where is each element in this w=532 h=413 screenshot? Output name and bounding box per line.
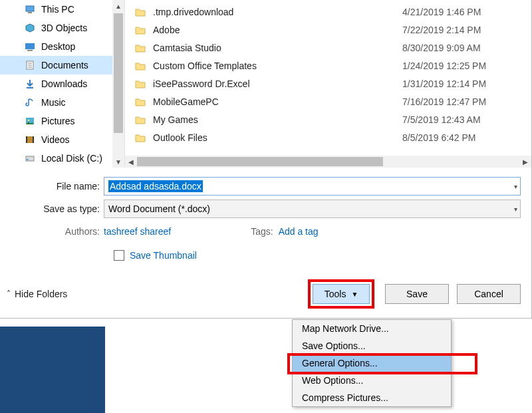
nav-item-downloads[interactable]: Downloads (0, 74, 124, 93)
file-name: iSeePassword Dr.Excel (153, 78, 398, 89)
nav-item-label: Desktop (41, 41, 75, 52)
menu-item-web-options[interactable]: Web Options... (293, 372, 451, 389)
folder-icon (134, 42, 146, 54)
save-as-dialog: This PC3D ObjectsDesktopDocumentsDownloa… (0, 0, 532, 319)
filename-value: Addsad adsasda.docx (108, 180, 203, 192)
nav-item-label: 3D Objects (41, 23, 87, 33)
file-date: 7/22/2019 2:14 PM (398, 25, 531, 35)
file-row[interactable]: Custom Office Templates1/24/2019 12:25 P… (125, 57, 531, 74)
folder-icon (134, 78, 146, 90)
file-name: Custom Office Templates (153, 61, 398, 71)
tools-menu: Map Network Drive...Save Options...Gener… (292, 319, 452, 407)
navigation-pane: This PC3D ObjectsDesktopDocumentsDownloa… (0, 0, 124, 168)
music-icon (24, 96, 36, 108)
dropdown-icon[interactable]: ▾ (514, 206, 517, 213)
disk-icon (24, 152, 36, 164)
nav-item-label: Pictures (41, 116, 75, 126)
nav-item-music[interactable]: Music (0, 93, 124, 112)
file-row[interactable]: .tmp.drivedownload4/21/2019 1:46 PM (125, 3, 531, 21)
hscroll-thumb[interactable] (137, 157, 383, 166)
folder-icon (134, 6, 146, 18)
menu-item-map-network-drive[interactable]: Map Network Drive... (293, 320, 451, 337)
file-row[interactable]: My Games7/5/2019 12:43 AM (125, 110, 531, 128)
file-row[interactable]: Outlook Files8/5/2019 6:42 PM (125, 128, 531, 146)
tags-label: Tags: (251, 226, 278, 237)
nav-item-desktop[interactable]: Desktop (0, 37, 124, 56)
nav-item-label: Videos (41, 134, 70, 145)
save-thumbnail-checkbox[interactable] (114, 250, 124, 261)
scroll-down-icon[interactable]: ▼ (112, 156, 124, 168)
filetype-label: Save as type: (11, 204, 104, 214)
download-icon (24, 78, 36, 90)
scroll-left-icon[interactable]: ◀ (125, 156, 137, 168)
authors-label: Authors: (11, 226, 104, 237)
save-thumbnail-label[interactable]: Save Thumbnail (130, 250, 197, 261)
nav-item-3d-objects[interactable]: 3D Objects (0, 19, 124, 37)
filename-input[interactable]: Addsad adsasda.docx ▾ (104, 177, 521, 196)
file-date: 4/21/2019 1:46 PM (398, 7, 531, 17)
svg-rect-0 (26, 6, 34, 11)
file-date: 1/31/2019 12:14 PM (398, 78, 531, 89)
file-date: 7/5/2019 12:43 AM (398, 114, 531, 125)
authors-value[interactable]: tashreef shareef (104, 226, 171, 237)
folder-icon (134, 114, 146, 126)
nav-item-documents[interactable]: Documents (0, 56, 124, 74)
save-button[interactable]: Save (385, 284, 449, 304)
file-date: 8/30/2019 9:09 AM (398, 43, 531, 53)
file-name: MobileGamePC (153, 96, 398, 107)
file-row[interactable]: iSeePassword Dr.Excel1/31/2019 12:14 PM (125, 74, 531, 92)
pic-icon (24, 115, 36, 127)
nav-item-local-disk-c-[interactable]: Local Disk (C:) (0, 149, 124, 168)
pc-icon (24, 3, 36, 15)
svg-rect-3 (25, 43, 35, 49)
filetype-value: Word Document (*.docx) (108, 204, 210, 214)
cancel-button[interactable]: Cancel (457, 284, 521, 304)
file-date: 1/24/2019 12:25 PM (398, 61, 531, 71)
nav-item-videos[interactable]: Videos (0, 130, 124, 149)
nav-item-label: Local Disk (C:) (41, 153, 102, 164)
svg-rect-15 (26, 156, 34, 161)
filename-label: File name: (11, 181, 104, 192)
folder-icon (134, 60, 146, 72)
file-name: Camtasia Studio (153, 43, 398, 53)
caret-down-icon: ▼ (351, 291, 358, 298)
file-list-pane: .tmp.drivedownload4/21/2019 1:46 PMAdobe… (124, 0, 531, 168)
nav-item-pictures[interactable]: Pictures (0, 112, 124, 130)
3d-icon (24, 22, 36, 34)
file-name: My Games (153, 114, 398, 125)
menu-item-save-options[interactable]: Save Options... (293, 337, 451, 354)
file-date: 8/5/2019 6:42 PM (398, 132, 531, 143)
file-row[interactable]: Adobe7/22/2019 2:14 PM (125, 21, 531, 39)
menu-item-general-options[interactable]: General Options... (293, 354, 451, 372)
highlight-box: Tools ▼ (308, 279, 374, 309)
tags-value[interactable]: Add a tag (279, 226, 319, 237)
scroll-right-icon[interactable]: ▶ (519, 156, 531, 168)
nav-item-this-pc[interactable]: This PC (0, 0, 124, 19)
svg-rect-4 (27, 50, 33, 51)
svg-marker-2 (26, 24, 34, 32)
file-name: Adobe (153, 25, 398, 35)
menu-item-compress-pictures[interactable]: Compress Pictures... (293, 389, 451, 406)
desktop-icon (24, 41, 36, 53)
video-icon (24, 134, 36, 146)
scroll-up-icon[interactable]: ▲ (112, 0, 124, 12)
svg-rect-1 (28, 12, 32, 13)
nav-item-label: Downloads (41, 78, 87, 89)
background-patch (0, 327, 105, 413)
filetype-select[interactable]: Word Document (*.docx) ▾ (104, 200, 521, 218)
nav-scrollbar[interactable]: ▲ ▼ (112, 0, 124, 168)
horizontal-scrollbar[interactable]: ◀ ▶ (125, 156, 531, 168)
folder-icon (134, 24, 146, 36)
file-row[interactable]: MobileGamePC7/16/2019 12:47 PM (125, 92, 531, 110)
scroll-thumb[interactable] (114, 13, 123, 133)
folder-icon (134, 132, 146, 144)
svg-rect-13 (26, 136, 27, 143)
svg-point-11 (28, 120, 30, 122)
tools-button[interactable]: Tools ▼ (313, 284, 370, 304)
nav-item-label: Documents (41, 60, 88, 70)
dropdown-icon[interactable]: ▾ (514, 183, 517, 190)
file-row[interactable]: Camtasia Studio8/30/2019 9:09 AM (125, 39, 531, 57)
hide-folders-button[interactable]: ˄ Hide Folders (7, 289, 67, 299)
file-date: 7/16/2019 12:47 PM (398, 96, 531, 107)
file-name: .tmp.drivedownload (153, 7, 398, 17)
